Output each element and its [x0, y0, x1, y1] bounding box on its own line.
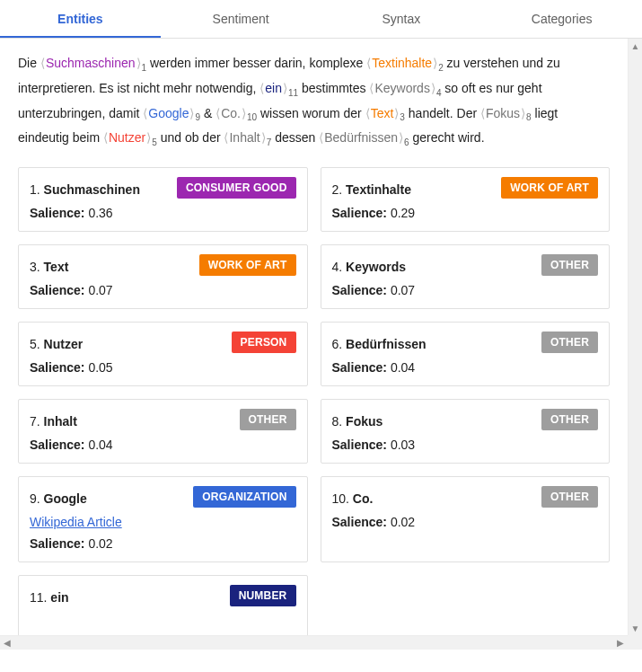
entity-card-header: 11. einNUMBER: [30, 585, 296, 606]
entity-mention-index: 11: [288, 88, 298, 98]
salience-label: Salience:: [332, 283, 387, 297]
entity-salience: Salience: 0.07: [332, 283, 599, 297]
entity-card-header: 8. FokusOTHER: [332, 409, 599, 430]
entity-mention: Bedürfnissen: [319, 130, 403, 145]
wikipedia-link[interactable]: Wikipedia Article: [30, 515, 122, 529]
entity-type-badge: OTHER: [240, 409, 296, 430]
entity-card-name: Text: [44, 260, 69, 274]
entity-type-badge: OTHER: [541, 409, 598, 430]
content-viewport: Die Suchmaschinen1 werden immer besser d…: [0, 39, 642, 650]
entity-mention-label: Inhalt: [229, 130, 259, 145]
scrollbar-corner: [628, 635, 642, 650]
scroll-down-icon[interactable]: ▼: [629, 621, 642, 635]
entity-card: 10. Co.OTHERSalience: 0.02: [321, 476, 611, 562]
entity-mention-index: 10: [247, 112, 257, 122]
entity-card-header: 6. BedürfnissenOTHER: [332, 332, 599, 353]
tab-entities[interactable]: Entities: [0, 0, 161, 38]
entity-mention-index: 3: [400, 112, 405, 122]
entity-card: 9. GoogleORGANIZATIONWikipedia ArticleSa…: [18, 476, 308, 562]
entity-mention-label: Nutzer: [109, 130, 145, 145]
entity-card-name: Keywords: [346, 260, 406, 274]
entity-card-name: Google: [44, 491, 87, 506]
entity-card-name: Fokus: [346, 414, 383, 429]
entity-card: 4. KeywordsOTHERSalience: 0.07: [321, 244, 611, 309]
entity-salience: Salience: 0.07: [30, 283, 296, 297]
entity-card-header: 4. KeywordsOTHER: [332, 254, 599, 276]
salience-label: Salience:: [30, 360, 84, 375]
entity-card: 1. SuchmaschinenCONSUMER GOODSalience: 0…: [18, 167, 308, 232]
horizontal-scrollbar[interactable]: ◀ ▶: [0, 635, 642, 650]
tabs-bar: EntitiesSentimentSyntaxCategories: [0, 0, 642, 39]
entity-mention-label: Co.: [221, 106, 241, 120]
entity-card-title: 10. Co.: [332, 486, 374, 506]
entity-card-index: 4.: [332, 260, 347, 274]
tab-syntax[interactable]: Syntax: [321, 0, 482, 38]
salience-value: 0.36: [88, 206, 112, 220]
entity-type-badge: WORK OF ART: [199, 254, 296, 276]
entity-mention: Textinhalte: [366, 56, 437, 70]
entity-mention-index: 7: [267, 137, 272, 147]
entity-card-index: 2.: [332, 182, 347, 197]
tab-sentiment[interactable]: Sentiment: [161, 0, 321, 38]
entity-card-header: 5. NutzerPERSON: [30, 332, 296, 353]
entity-card-title: 2. Textinhalte: [332, 177, 411, 197]
entity-mention: Fokus: [480, 106, 525, 120]
entity-card-header: 9. GoogleORGANIZATION: [30, 486, 296, 508]
entity-type-badge: OTHER: [541, 254, 598, 276]
entity-mention-label: Textinhalte: [372, 56, 432, 70]
entity-type-badge: OTHER: [541, 486, 598, 508]
entity-type-badge: CONSUMER GOOD: [177, 177, 296, 199]
entity-card: 5. NutzerPERSONSalience: 0.05: [18, 322, 308, 386]
vertical-scrollbar[interactable]: ▲ ▼: [628, 39, 642, 635]
entity-card-index: 7.: [30, 414, 44, 429]
salience-value: 0.07: [391, 283, 415, 297]
salience-value: 0.04: [88, 438, 112, 452]
entity-type-badge: WORK OF ART: [501, 177, 598, 199]
entity-card: 8. FokusOTHERSalience: 0.03: [321, 399, 611, 464]
entity-type-badge: PERSON: [232, 332, 296, 353]
entity-card-name: Textinhalte: [346, 182, 411, 197]
entity-salience: Salience: 0.02: [332, 515, 599, 529]
entity-salience: Salience: 0.05: [30, 360, 296, 375]
entity-card-name: Nutzer: [44, 337, 84, 351]
salience-value: 0.03: [391, 438, 415, 452]
entity-type-badge: ORGANIZATION: [193, 486, 295, 508]
entity-card-title: 9. Google: [30, 486, 87, 506]
entity-card-index: 10.: [332, 491, 353, 506]
entity-card-name: Suchmaschinen: [44, 182, 140, 197]
entity-card-title: 4. Keywords: [332, 254, 407, 274]
entity-card-name: Bedürfnissen: [346, 337, 426, 351]
entity-card: 6. BedürfnissenOTHERSalience: 0.04: [321, 322, 611, 386]
entity-card-name: Inhalt: [44, 414, 77, 429]
salience-value: 0.04: [391, 360, 415, 375]
salience-label: Salience:: [30, 283, 84, 297]
entity-mention-label: Suchmaschinen: [46, 56, 136, 70]
salience-label: Salience:: [30, 536, 84, 551]
scroll-up-icon[interactable]: ▲: [629, 39, 642, 53]
entity-mention: Keywords: [369, 81, 435, 95]
entity-salience: Salience: 0.04: [332, 360, 599, 375]
entity-salience: Salience: 0.04: [30, 438, 296, 452]
entity-salience: Salience: 0.03: [332, 438, 599, 452]
entity-card-index: 3.: [30, 260, 44, 274]
entity-card-index: 9.: [30, 491, 44, 506]
salience-value: 0.05: [88, 360, 112, 375]
entity-mention-label: Fokus: [486, 106, 520, 120]
entity-card: 3. TextWORK OF ARTSalience: 0.07: [18, 244, 308, 309]
scroll-right-icon[interactable]: ▶: [613, 636, 628, 650]
entity-mention-index: 2: [438, 63, 444, 73]
entity-mention-index: 1: [142, 63, 147, 73]
salience-label: Salience:: [30, 438, 84, 452]
entity-mention: Co.: [215, 106, 246, 120]
tab-categories[interactable]: Categories: [481, 0, 642, 38]
content-scroll[interactable]: Die Suchmaschinen1 werden immer besser d…: [0, 39, 642, 650]
salience-value: 0.07: [88, 283, 112, 297]
salience-label: Salience:: [332, 360, 387, 375]
entity-card-title: 7. Inhalt: [30, 409, 77, 429]
entity-mention-label: ein: [265, 81, 282, 95]
entity-card-title: 6. Bedürfnissen: [332, 332, 427, 351]
scroll-left-icon[interactable]: ◀: [0, 636, 14, 650]
entity-mention: Text: [365, 106, 400, 120]
salience-label: Salience:: [332, 206, 387, 220]
entity-card-link: Wikipedia Article: [30, 515, 296, 529]
